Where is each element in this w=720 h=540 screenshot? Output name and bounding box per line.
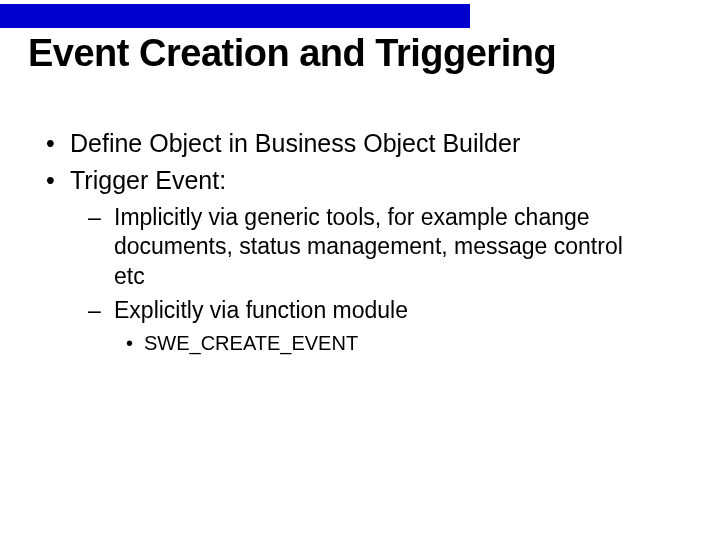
sub-sub-list: • SWE_CREATE_EVENT bbox=[126, 330, 680, 356]
bullet-icon: • bbox=[46, 165, 60, 196]
list-item: • Define Object in Business Object Build… bbox=[46, 128, 680, 159]
header-bar bbox=[0, 4, 470, 28]
dash-icon: – bbox=[88, 203, 104, 293]
sub-list: – Implicitly via generic tools, for exam… bbox=[88, 203, 680, 357]
list-item: – Implicitly via generic tools, for exam… bbox=[88, 203, 680, 293]
bullet-text: Implicitly via generic tools, for exampl… bbox=[114, 203, 624, 293]
slide-content: • Define Object in Business Object Build… bbox=[46, 128, 680, 356]
list-item: • Trigger Event: bbox=[46, 165, 680, 196]
bullet-icon: • bbox=[46, 128, 60, 159]
dash-icon: – bbox=[88, 296, 104, 326]
bullet-icon: • bbox=[126, 330, 136, 356]
list-item: – Explicitly via function module bbox=[88, 296, 680, 326]
bullet-text: SWE_CREATE_EVENT bbox=[144, 330, 358, 356]
bullet-text: Define Object in Business Object Builder bbox=[70, 128, 520, 159]
bullet-text: Trigger Event: bbox=[70, 165, 226, 196]
slide-title: Event Creation and Triggering bbox=[28, 32, 556, 75]
list-item: • SWE_CREATE_EVENT bbox=[126, 330, 680, 356]
bullet-text: Explicitly via function module bbox=[114, 296, 408, 326]
